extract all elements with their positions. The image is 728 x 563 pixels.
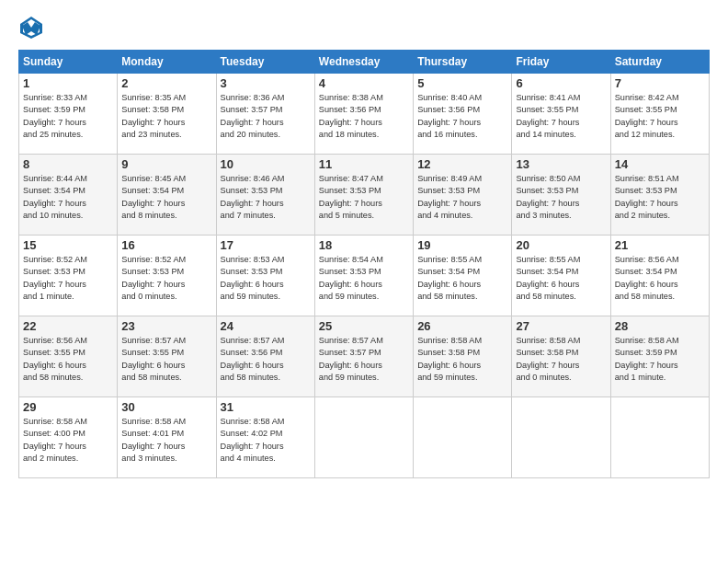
table-row: 19Sunrise: 8:55 AMSunset: 3:54 PMDayligh… [414,236,512,316]
day-info: Sunrise: 8:55 AMSunset: 3:54 PMDaylight:… [417,255,482,301]
day-info: Sunrise: 8:58 AMSunset: 4:02 PMDaylight:… [221,417,285,463]
table-row: 23Sunrise: 8:57 AMSunset: 3:55 PMDayligh… [118,316,216,397]
day-info: Sunrise: 8:57 AMSunset: 3:56 PMDaylight:… [221,336,285,382]
day-number: 13 [516,157,606,171]
day-info: Sunrise: 8:49 AMSunset: 3:53 PMDaylight:… [417,174,482,220]
table-row [314,397,413,478]
col-monday: Monday [118,51,216,74]
table-row: 31Sunrise: 8:58 AMSunset: 4:02 PMDayligh… [216,397,314,478]
table-row: 18Sunrise: 8:54 AMSunset: 3:53 PMDayligh… [314,236,413,316]
day-number: 26 [417,319,507,333]
day-number: 12 [417,157,507,171]
day-number: 27 [516,319,606,333]
table-row: 29Sunrise: 8:58 AMSunset: 4:00 PMDayligh… [19,397,118,478]
table-row: 28Sunrise: 8:58 AMSunset: 3:59 PMDayligh… [610,316,709,397]
day-info: Sunrise: 8:57 AMSunset: 3:55 PMDaylight:… [121,336,186,382]
calendar-week-2: 8Sunrise: 8:44 AMSunset: 3:54 PMDaylight… [19,155,710,236]
day-number: 6 [516,76,606,90]
table-row: 13Sunrise: 8:50 AMSunset: 3:53 PMDayligh… [512,155,610,236]
day-number: 8 [23,157,113,171]
header [18,15,710,40]
col-thursday: Thursday [414,51,512,74]
table-row: 7Sunrise: 8:42 AMSunset: 3:55 PMDaylight… [610,74,709,155]
table-row: 3Sunrise: 8:36 AMSunset: 3:57 PMDaylight… [216,74,314,155]
col-wednesday: Wednesday [314,51,413,74]
col-friday: Friday [512,51,610,74]
table-row: 26Sunrise: 8:58 AMSunset: 3:58 PMDayligh… [414,316,512,397]
day-info: Sunrise: 8:58 AMSunset: 4:00 PMDaylight:… [23,417,87,463]
day-info: Sunrise: 8:47 AMSunset: 3:53 PMDaylight:… [319,174,383,220]
calendar-header-row: Sunday Monday Tuesday Wednesday Thursday… [19,51,710,74]
table-row: 15Sunrise: 8:52 AMSunset: 3:53 PMDayligh… [19,236,118,316]
table-row: 10Sunrise: 8:46 AMSunset: 3:53 PMDayligh… [216,155,314,236]
day-info: Sunrise: 8:44 AMSunset: 3:54 PMDaylight:… [23,174,87,220]
day-number: 22 [23,319,113,333]
calendar-week-5: 29Sunrise: 8:58 AMSunset: 4:00 PMDayligh… [19,397,710,478]
day-info: Sunrise: 8:58 AMSunset: 3:59 PMDaylight:… [615,336,679,382]
table-row: 2Sunrise: 8:35 AMSunset: 3:58 PMDaylight… [118,74,216,155]
table-row: 22Sunrise: 8:56 AMSunset: 3:55 PMDayligh… [19,316,118,397]
day-number: 17 [221,238,311,252]
logo [18,15,48,40]
day-info: Sunrise: 8:54 AMSunset: 3:53 PMDaylight:… [319,255,383,301]
day-number: 2 [121,76,211,90]
table-row: 25Sunrise: 8:57 AMSunset: 3:57 PMDayligh… [314,316,413,397]
table-row: 6Sunrise: 8:41 AMSunset: 3:55 PMDaylight… [512,74,610,155]
table-row [610,397,709,478]
calendar-table: Sunday Monday Tuesday Wednesday Thursday… [18,50,710,478]
day-number: 1 [23,76,113,90]
calendar-week-4: 22Sunrise: 8:56 AMSunset: 3:55 PMDayligh… [19,316,710,397]
day-info: Sunrise: 8:46 AMSunset: 3:53 PMDaylight:… [221,174,285,220]
table-row [414,397,512,478]
day-number: 23 [121,319,211,333]
day-info: Sunrise: 8:33 AMSunset: 3:59 PMDaylight:… [23,93,87,139]
day-info: Sunrise: 8:36 AMSunset: 3:57 PMDaylight:… [221,93,285,139]
table-row: 30Sunrise: 8:58 AMSunset: 4:01 PMDayligh… [118,397,216,478]
day-number: 19 [417,238,507,252]
table-row: 9Sunrise: 8:45 AMSunset: 3:54 PMDaylight… [118,155,216,236]
table-row: 17Sunrise: 8:53 AMSunset: 3:53 PMDayligh… [216,236,314,316]
table-row: 4Sunrise: 8:38 AMSunset: 3:56 PMDaylight… [314,74,413,155]
day-number: 4 [319,76,409,90]
day-info: Sunrise: 8:58 AMSunset: 4:01 PMDaylight:… [121,417,186,463]
day-info: Sunrise: 8:58 AMSunset: 3:58 PMDaylight:… [516,336,580,382]
calendar-week-1: 1Sunrise: 8:33 AMSunset: 3:59 PMDaylight… [19,74,710,155]
day-number: 10 [221,157,311,171]
logo-icon [18,15,44,40]
day-number: 3 [221,76,311,90]
day-info: Sunrise: 8:52 AMSunset: 3:53 PMDaylight:… [23,255,87,301]
day-info: Sunrise: 8:35 AMSunset: 3:58 PMDaylight:… [121,93,186,139]
day-number: 20 [516,238,606,252]
day-info: Sunrise: 8:45 AMSunset: 3:54 PMDaylight:… [121,174,186,220]
day-info: Sunrise: 8:56 AMSunset: 3:55 PMDaylight:… [23,336,87,382]
day-number: 18 [319,238,409,252]
day-number: 14 [615,157,705,171]
day-info: Sunrise: 8:52 AMSunset: 3:53 PMDaylight:… [121,255,186,301]
day-number: 9 [121,157,211,171]
table-row: 24Sunrise: 8:57 AMSunset: 3:56 PMDayligh… [216,316,314,397]
table-row: 1Sunrise: 8:33 AMSunset: 3:59 PMDaylight… [19,74,118,155]
day-info: Sunrise: 8:50 AMSunset: 3:53 PMDaylight:… [516,174,580,220]
day-number: 31 [221,400,311,414]
day-info: Sunrise: 8:56 AMSunset: 3:54 PMDaylight:… [615,255,679,301]
table-row: 21Sunrise: 8:56 AMSunset: 3:54 PMDayligh… [610,236,709,316]
table-row: 5Sunrise: 8:40 AMSunset: 3:56 PMDaylight… [414,74,512,155]
day-number: 30 [121,400,211,414]
day-number: 24 [221,319,311,333]
day-info: Sunrise: 8:38 AMSunset: 3:56 PMDaylight:… [319,93,383,139]
col-tuesday: Tuesday [216,51,314,74]
day-info: Sunrise: 8:42 AMSunset: 3:55 PMDaylight:… [615,93,679,139]
day-info: Sunrise: 8:55 AMSunset: 3:54 PMDaylight:… [516,255,580,301]
col-saturday: Saturday [610,51,709,74]
table-row: 12Sunrise: 8:49 AMSunset: 3:53 PMDayligh… [414,155,512,236]
table-row: 16Sunrise: 8:52 AMSunset: 3:53 PMDayligh… [118,236,216,316]
col-sunday: Sunday [19,51,118,74]
day-info: Sunrise: 8:51 AMSunset: 3:53 PMDaylight:… [615,174,679,220]
day-number: 21 [615,238,705,252]
day-info: Sunrise: 8:57 AMSunset: 3:57 PMDaylight:… [319,336,383,382]
day-number: 11 [319,157,409,171]
day-info: Sunrise: 8:58 AMSunset: 3:58 PMDaylight:… [417,336,482,382]
table-row: 8Sunrise: 8:44 AMSunset: 3:54 PMDaylight… [19,155,118,236]
table-row: 11Sunrise: 8:47 AMSunset: 3:53 PMDayligh… [314,155,413,236]
table-row: 20Sunrise: 8:55 AMSunset: 3:54 PMDayligh… [512,236,610,316]
